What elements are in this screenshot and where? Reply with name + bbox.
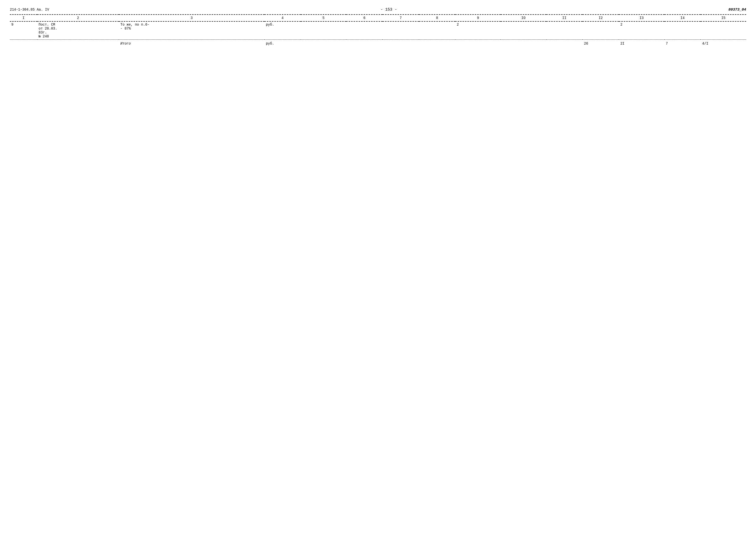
col-header-3: 3 xyxy=(119,15,264,22)
column-headers: I 2 3 4 5 6 7 8 9 IO II I2 I3 I4 I5 xyxy=(10,15,746,22)
col-header-7: 7 xyxy=(382,15,419,22)
col-header-10: IO xyxy=(501,15,546,22)
page-header: 214-1-304.85 Аа. IV - 153 - 80373_04 xyxy=(10,7,746,12)
col-header-1: I xyxy=(10,15,37,22)
col-header-4: 4 xyxy=(264,15,301,22)
doc-number: 214-1-304.85 Аа. IV xyxy=(10,8,49,12)
main-table: I 2 3 4 5 6 7 8 9 IO II I2 I3 I4 I5 9Пос… xyxy=(10,14,746,50)
table-row: 9Пост. СМ от 28.03. 83г. № 248То же, по … xyxy=(10,22,746,40)
page-number: - 153 - xyxy=(380,7,397,12)
col-header-11: II xyxy=(546,15,583,22)
spacer-row xyxy=(10,47,746,50)
col-header-6: 6 xyxy=(346,15,382,22)
col-header-2: 2 xyxy=(37,15,119,22)
col-header-15: I5 xyxy=(701,15,746,22)
doc-code: 80373_04 xyxy=(729,8,746,12)
col-header-8: 8 xyxy=(419,15,455,22)
itogo-row: Итогоруб.262I74/I xyxy=(10,40,746,48)
col-header-12: I2 xyxy=(582,15,619,22)
col-header-14: I4 xyxy=(664,15,701,22)
col-header-13: I3 xyxy=(619,15,664,22)
col-header-5: 5 xyxy=(301,15,346,22)
col-header-9: 9 xyxy=(455,15,501,22)
